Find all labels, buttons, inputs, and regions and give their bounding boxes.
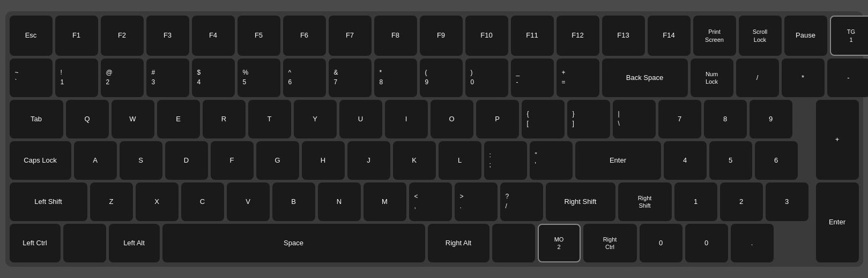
key-y[interactable]: Y (294, 100, 337, 138)
key-b[interactable]: B (272, 182, 315, 221)
key-r[interactable]: R (203, 100, 246, 138)
key-right-alt[interactable]: Right Alt (428, 224, 489, 262)
key-q[interactable]: Q (66, 100, 109, 138)
key-num1[interactable]: 1 (674, 182, 717, 221)
key-left-alt[interactable]: Left Alt (109, 224, 160, 262)
key-f[interactable]: F (211, 141, 254, 180)
key-space[interactable]: Space (162, 224, 425, 262)
key-right-ctrl[interactable]: RightCtrl (583, 224, 637, 262)
key-6[interactable]: ^6 (283, 58, 326, 97)
key-backslash[interactable]: |\ (613, 100, 656, 138)
key-minus[interactable]: _- (511, 58, 554, 97)
key-mo2[interactable]: MO2 (538, 224, 581, 262)
key-quote[interactable]: "' (530, 141, 573, 180)
key-period[interactable]: >. (455, 182, 498, 221)
key-capslock[interactable]: Caps Lock (10, 141, 71, 180)
key-z[interactable]: Z (90, 182, 133, 221)
key-right-shift2[interactable]: RightShift (618, 182, 672, 221)
key-backspace[interactable]: Back Space (602, 58, 688, 97)
key-enter[interactable]: Enter (575, 141, 661, 180)
key-num0b[interactable]: 0 (685, 224, 728, 262)
key-lbracket[interactable]: {[ (522, 100, 565, 138)
key-j[interactable]: J (347, 141, 390, 180)
key-numpad-slash[interactable]: / (736, 58, 779, 97)
key-numpad-plus[interactable]: + (816, 100, 859, 180)
key-f2[interactable]: F2 (101, 16, 144, 56)
key-tilde[interactable]: ~` (10, 58, 53, 97)
bottom-row: Left Ctrl Left Alt Space Right Alt MO2 R… (10, 224, 813, 262)
key-equals[interactable]: += (557, 58, 599, 97)
key-g[interactable]: G (256, 141, 299, 180)
key-num4[interactable]: 4 (664, 141, 707, 180)
key-l[interactable]: L (439, 141, 481, 180)
key-f9[interactable]: F9 (420, 16, 463, 56)
key-num0a[interactable]: 0 (640, 224, 682, 262)
key-i[interactable]: I (385, 100, 428, 138)
key-numpad-enter[interactable]: Enter (816, 182, 859, 262)
key-num3[interactable]: 3 (766, 182, 808, 221)
key-1[interactable]: !1 (55, 58, 98, 97)
key-f6[interactable]: F6 (283, 16, 326, 56)
key-slash[interactable]: ?/ (500, 182, 543, 221)
key-4[interactable]: $4 (192, 58, 235, 97)
key-num5[interactable]: 5 (709, 141, 752, 180)
key-5[interactable]: %5 (238, 58, 280, 97)
key-t[interactable]: T (248, 100, 291, 138)
key-n[interactable]: N (318, 182, 361, 221)
key-3[interactable]: #3 (146, 58, 189, 97)
key-f4[interactable]: F4 (192, 16, 235, 56)
key-p[interactable]: P (476, 100, 519, 138)
key-u[interactable]: U (339, 100, 382, 138)
key-num7[interactable]: 7 (658, 100, 701, 138)
key-left-apple[interactable] (63, 224, 106, 262)
key-m[interactable]: M (363, 182, 406, 221)
key-x[interactable]: X (136, 182, 179, 221)
key-f5[interactable]: F5 (238, 16, 280, 56)
key-num6[interactable]: 6 (755, 141, 798, 180)
key-rbracket[interactable]: }] (567, 100, 610, 138)
key-left-shift[interactable]: Left Shift (10, 182, 87, 221)
key-c[interactable]: C (181, 182, 224, 221)
key-tab[interactable]: Tab (10, 100, 63, 138)
key-semicolon[interactable]: :; (484, 141, 527, 180)
key-pause[interactable]: Pause (784, 16, 827, 56)
key-numlock[interactable]: NumLock (691, 58, 733, 97)
key-w[interactable]: W (112, 100, 154, 138)
key-numpad-minus[interactable]: - (827, 58, 869, 97)
key-comma[interactable]: <, (409, 182, 452, 221)
key-h[interactable]: H (302, 141, 345, 180)
key-f13[interactable]: F13 (602, 16, 645, 56)
key-d[interactable]: D (165, 141, 208, 180)
key-print-screen[interactable]: PrintScreen (693, 16, 736, 56)
key-e[interactable]: E (157, 100, 200, 138)
key-0[interactable]: )0 (465, 58, 508, 97)
key-right-apple[interactable] (492, 224, 535, 262)
key-numpad-star[interactable]: * (782, 58, 825, 97)
key-f11[interactable]: F11 (511, 16, 554, 56)
key-2[interactable]: @2 (101, 58, 144, 97)
key-f7[interactable]: F7 (329, 16, 372, 56)
key-numdot[interactable]: . (731, 224, 774, 262)
key-num9[interactable]: 9 (750, 100, 792, 138)
key-8[interactable]: *8 (374, 58, 417, 97)
key-num8[interactable]: 8 (704, 100, 747, 138)
key-f8[interactable]: F8 (374, 16, 417, 56)
key-9[interactable]: (9 (420, 58, 463, 97)
key-left-ctrl[interactable]: Left Ctrl (10, 224, 61, 262)
key-f14[interactable]: F14 (648, 16, 691, 56)
key-f10[interactable]: F10 (465, 16, 508, 56)
key-o[interactable]: O (431, 100, 473, 138)
key-7[interactable]: &7 (329, 58, 372, 97)
key-a[interactable]: A (74, 141, 117, 180)
key-s[interactable]: S (120, 141, 162, 180)
key-scroll-lock[interactable]: ScrollLock (739, 16, 782, 56)
key-k[interactable]: K (393, 141, 436, 180)
key-v[interactable]: V (227, 182, 270, 221)
key-f1[interactable]: F1 (55, 16, 98, 56)
key-f12[interactable]: F12 (557, 16, 599, 56)
key-f3[interactable]: F3 (146, 16, 189, 56)
key-num2[interactable]: 2 (720, 182, 763, 221)
key-right-shift[interactable]: Right Shift (546, 182, 615, 221)
key-tg1[interactable]: TG1 (830, 16, 869, 56)
key-esc[interactable]: Esc (10, 16, 53, 56)
